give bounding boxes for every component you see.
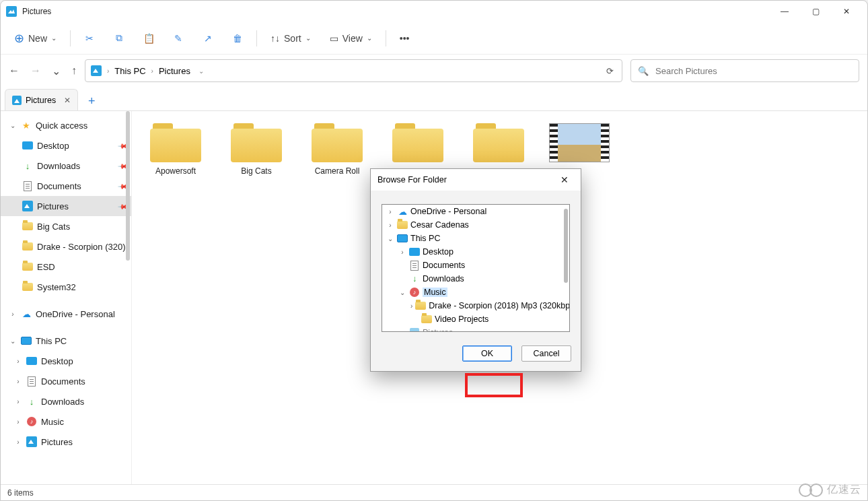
sidebar-pc-documents[interactable]: ›Documents (1, 371, 131, 391)
label: This PC (36, 336, 67, 346)
search-box[interactable]: 🔍 (630, 59, 859, 82)
cut-button[interactable]: ✂ (76, 26, 103, 51)
folder-item[interactable]: Camera Roll (307, 123, 367, 176)
folder-tree[interactable]: ›☁OneDrive - Personal ›Cesar Cadenas ⌄Th… (382, 204, 570, 332)
document-icon (24, 181, 32, 191)
folder-icon (22, 263, 33, 271)
sidebar-desktop[interactable]: Desktop📌 (1, 135, 131, 156)
pc-icon (21, 337, 32, 345)
download-icon: ↓ (409, 273, 420, 284)
watermark-text: 亿速云 (827, 483, 861, 497)
up-button[interactable]: ↑ (71, 65, 77, 77)
share-icon: ↗ (204, 33, 212, 44)
maximize-button[interactable]: ▢ (800, 1, 831, 22)
label: Quick access (36, 121, 87, 131)
sidebar-pc-downloads[interactable]: ›↓Downloads (1, 391, 131, 411)
label: Pictures (41, 437, 73, 447)
sidebar-pc-music[interactable]: ›♪Music (1, 411, 131, 432)
tree-onedrive[interactable]: ›☁OneDrive - Personal (382, 205, 569, 218)
recent-dropdown[interactable]: ⌄ (52, 65, 61, 77)
sidebar-pictures[interactable]: Pictures📌 (1, 196, 131, 216)
search-icon: 🔍 (638, 66, 649, 76)
sidebar-esd[interactable]: ESD (1, 257, 131, 277)
refresh-button[interactable]: ⟳ (604, 66, 616, 76)
tab-label: Pictures (26, 96, 56, 105)
pictures-icon (410, 328, 419, 332)
desktop-icon (409, 248, 420, 256)
rename-button[interactable]: ✎ (165, 26, 192, 51)
browse-folder-dialog: Browse For Folder ✕ ›☁OneDrive - Persona… (370, 168, 581, 372)
close-button[interactable]: ✕ (831, 1, 862, 22)
sidebar-downloads[interactable]: ↓Downloads📌 (1, 156, 131, 176)
video-icon (549, 123, 610, 162)
label: Downloads (41, 397, 84, 407)
sort-button[interactable]: ↑↓ Sort ⌄ (262, 26, 319, 51)
tree-user[interactable]: ›Cesar Cadenas (382, 218, 569, 232)
label: OneDrive - Personal (36, 309, 115, 319)
sidebar-system32[interactable]: System32 (1, 277, 131, 297)
copy-button[interactable]: ⧉ (106, 26, 133, 51)
address-bar[interactable]: › This PC › Pictures ⌄ ⟳ (85, 59, 622, 82)
tree-pictures[interactable]: ›Pictures (382, 326, 569, 332)
sidebar-documents[interactable]: Documents📌 (1, 176, 131, 196)
tree-downloads[interactable]: ↓Downloads (382, 272, 569, 286)
sidebar-pc-pictures[interactable]: ›Pictures (1, 432, 131, 452)
cloud-icon: ☁ (21, 308, 32, 319)
sidebar-this-pc[interactable]: ⌄This PC (1, 331, 131, 351)
folder-item[interactable]: Apowersoft (145, 123, 206, 176)
close-tab-button[interactable]: ✕ (64, 96, 71, 105)
sidebar-pc-desktop[interactable]: ›Desktop (1, 351, 131, 371)
address-dropdown[interactable]: ⌄ (196, 67, 207, 75)
separator (386, 30, 386, 46)
new-label: New (28, 33, 47, 44)
tree-drake[interactable]: ›Drake - Scorpion (2018) Mp3 (320kbps) (382, 299, 569, 312)
item-label: Camera Roll (315, 166, 360, 176)
label: Downloads (37, 161, 80, 171)
document-icon (410, 261, 419, 271)
tree-music[interactable]: ⌄♪Music (382, 286, 569, 299)
svg-marker-0 (8, 9, 15, 13)
sidebar-big-cats[interactable]: Big Cats (1, 216, 131, 236)
search-input[interactable] (655, 66, 852, 76)
label: Video Projects (435, 314, 489, 324)
cancel-button[interactable]: Cancel (521, 345, 571, 362)
tab-pictures[interactable]: Pictures ✕ (5, 89, 78, 110)
label: Drake - Scorpion (2018) Mp3 (320kbps) (429, 301, 570, 310)
folder-item[interactable]: Big Cats (226, 123, 287, 176)
ok-button[interactable]: OK (462, 345, 512, 362)
pictures-icon (26, 436, 37, 447)
folder-icon (312, 123, 363, 162)
new-button[interactable]: ⊕ New ⌄ (6, 26, 65, 51)
tree-this-pc[interactable]: ⌄This PC (382, 232, 569, 245)
tree-desktop[interactable]: ›Desktop (382, 245, 569, 259)
back-button[interactable]: ← (9, 65, 20, 77)
sidebar-drake[interactable]: Drake - Scorpion (320) (1, 236, 131, 257)
more-button[interactable]: ••• (392, 26, 418, 51)
tree-video-projects[interactable]: Video Projects (382, 312, 569, 326)
pin-icon: 📌 (118, 201, 129, 211)
minimize-button[interactable]: — (769, 1, 800, 22)
view-button[interactable]: ▭ View ⌄ (322, 26, 380, 51)
dialog-close-button[interactable]: ✕ (555, 172, 574, 188)
add-tab-button[interactable]: + (82, 92, 101, 110)
crumb-current[interactable]: Pictures (159, 66, 190, 76)
pin-icon: 📌 (118, 160, 129, 171)
label: Pictures (423, 328, 453, 332)
separator (256, 30, 257, 46)
crumb-root[interactable]: This PC (114, 66, 145, 76)
share-button[interactable]: ↗ (194, 26, 221, 51)
plus-icon: ⊕ (14, 31, 24, 46)
forward-button[interactable]: → (30, 65, 41, 77)
music-icon: ♪ (27, 417, 36, 426)
sidebar-onedrive[interactable]: ›☁OneDrive - Personal (1, 304, 131, 324)
dialog-title: Browse For Folder (377, 175, 447, 185)
label: Music (423, 288, 447, 297)
paste-button[interactable]: 📋 (135, 26, 162, 51)
tree-documents[interactable]: Documents (382, 259, 569, 272)
delete-button[interactable]: 🗑 (224, 26, 251, 51)
status-text: 6 items (7, 488, 34, 498)
folder-icon (415, 302, 426, 310)
label: Cesar Cadenas (410, 220, 469, 230)
pictures-icon (22, 201, 33, 211)
sidebar-quick-access[interactable]: ⌄★Quick access (1, 115, 131, 135)
